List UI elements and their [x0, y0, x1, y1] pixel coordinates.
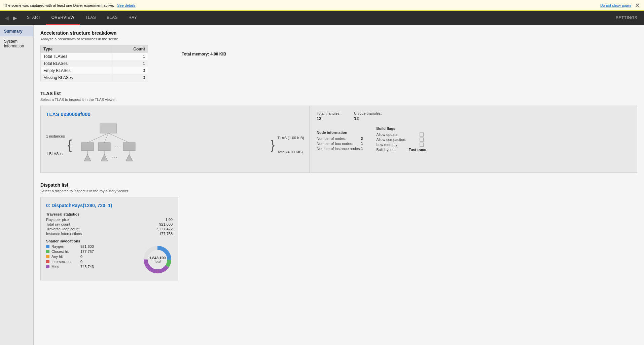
- tlas-diagram-svg: · · · · · ·: [75, 122, 268, 167]
- sidebar: Summary System information: [0, 25, 34, 345]
- tlas-card[interactable]: TLAS 0x30008f000 1 instances 1 BLASes {: [40, 106, 637, 173]
- tab-start[interactable]: START: [22, 11, 46, 25]
- shader-color-dot: [46, 250, 49, 253]
- donut-label: Total: [149, 260, 166, 263]
- close-icon[interactable]: ✕: [635, 2, 640, 9]
- tab-tlas[interactable]: TLAS: [80, 11, 101, 25]
- tlas-diagram: 1 instances 1 BLASes { · · ·: [46, 122, 304, 167]
- tlas-top-stats: Total triangles: 12 Unique triangles: 12: [317, 111, 630, 121]
- right-brace-tlas: }: [271, 139, 275, 151]
- tlas-memory-label: TLAS (1.00 KiB): [278, 136, 304, 140]
- dispatch-list-subtitle: Select a dispatch to inspect it in the r…: [40, 189, 637, 193]
- see-details-link[interactable]: See details: [117, 3, 135, 7]
- tlas-memory-labels: TLAS (1.00 KiB) Total (4.00 KiB): [278, 136, 304, 154]
- dispatch-list-title: Dispatch list: [40, 182, 637, 188]
- shader-table: Raygen921,600Closest hit177,757Any hit0I…: [46, 244, 137, 270]
- svg-text:· · ·: · · ·: [115, 144, 120, 148]
- traversal-stats-title: Traversal statistics: [46, 212, 173, 216]
- sidebar-item-summary[interactable]: Summary: [0, 26, 33, 36]
- col-count: Count: [112, 45, 148, 53]
- shader-invocations-section: Shader invocations Raygen921,600Closest …: [46, 239, 173, 275]
- table-row: Total BLASes1: [41, 60, 148, 67]
- unique-triangles-label: Unique triangles:: [354, 111, 382, 115]
- build-flag-row: Allow compaction:: [377, 138, 426, 142]
- tlas-list-section: TLAS list Select a TLAS to inspect it in…: [40, 91, 637, 173]
- flag-checkbox: [420, 143, 424, 147]
- tab-ray[interactable]: RAY: [123, 11, 142, 25]
- shader-color-dot: [46, 265, 49, 268]
- dispatch-section: Dispatch list Select a dispatch to inspe…: [40, 182, 637, 280]
- donut-center: 1,843,100 Total: [149, 256, 166, 263]
- type-cell: Total TLASes: [41, 53, 112, 60]
- back-arrow[interactable]: ◀: [3, 13, 11, 23]
- svg-marker-8: [84, 154, 91, 161]
- count-cell: 0: [112, 74, 148, 81]
- node-info-row: Number of nodes:2: [317, 137, 363, 141]
- traversal-stats: Traversal statistics Rays per pixel1.00T…: [46, 212, 173, 236]
- breakdown-section: Acceleration structure breakdown Analyze…: [40, 30, 637, 84]
- svg-marker-9: [101, 154, 108, 161]
- total-triangles-value: 12: [317, 116, 341, 121]
- tlas-left: TLAS 0x30008f000 1 instances 1 BLASes {: [41, 106, 310, 172]
- svg-line-7: [108, 133, 129, 143]
- total-memory: Total memory: 4.00 KiB: [168, 45, 226, 56]
- do-not-show-link[interactable]: Do not show again: [600, 3, 631, 7]
- dispatch-title: 0: DispatchRays(1280, 720, 1): [46, 203, 173, 208]
- sidebar-item-system-info[interactable]: System information: [0, 36, 33, 51]
- breakdown-subtitle: Analyze a breakdown of resources in the …: [40, 37, 637, 41]
- total-triangles-label: Total triangles:: [317, 111, 341, 115]
- build-flags-title: Build flags: [377, 126, 426, 130]
- shader-row: Miss743,743: [46, 265, 137, 269]
- nav-tabs: START OVERVIEW TLAS BLAS RAY: [22, 11, 612, 25]
- tlas-right: Total triangles: 12 Unique triangles: 12…: [310, 106, 637, 172]
- count-cell: 1: [112, 53, 148, 60]
- dispatch-card[interactable]: 0: DispatchRays(1280, 720, 1) Traversal …: [40, 197, 178, 280]
- node-info-row: Number of box nodes:1: [317, 142, 363, 146]
- unique-triangles-value: 12: [354, 116, 382, 121]
- tlas-labels: 1 instances 1 BLASes: [46, 134, 65, 156]
- warning-text: The scene was captured with at least one…: [4, 3, 114, 7]
- tab-overview[interactable]: OVERVIEW: [46, 11, 80, 25]
- nav-bar: ◀ ▶ START OVERVIEW TLAS BLAS RAY SETTING…: [0, 11, 644, 25]
- shader-color-dot: [46, 260, 49, 263]
- warning-bar: The scene was captured with at least one…: [0, 0, 644, 11]
- total-memory-value: 4.00 KiB: [210, 52, 226, 56]
- breakdown-table: Type Count Total TLASes1Total BLASes1Emp…: [40, 45, 148, 81]
- main-layout: Summary System information Acceleration …: [0, 25, 644, 345]
- shader-color-dot: [46, 245, 49, 248]
- tlas-right-cols: Node information Number of nodes:2Number…: [317, 126, 630, 152]
- shader-row: Intersection0: [46, 260, 137, 264]
- shader-row: Raygen921,600: [46, 244, 137, 248]
- flag-checkbox: [420, 132, 424, 137]
- node-info-title: Node information: [317, 130, 363, 135]
- breakdown-title: Acceleration structure breakdown: [40, 30, 637, 36]
- shader-section: Raygen921,600Closest hit177,757Any hit0I…: [46, 244, 173, 275]
- content-area: Acceleration structure breakdown Analyze…: [34, 25, 644, 345]
- count-cell: 1: [112, 60, 148, 67]
- count-cell: 0: [112, 67, 148, 74]
- traversal-stat-row: Total ray count921,600: [46, 222, 173, 226]
- build-flag-row: Low memory:: [377, 143, 426, 147]
- node-info-row: Number of instance nodes:1: [317, 147, 363, 151]
- shader-invocations-title: Shader invocations: [46, 239, 173, 243]
- total-triangles-block: Total triangles: 12: [317, 111, 341, 121]
- table-row: Missing BLASes0: [41, 74, 148, 81]
- tab-blas[interactable]: BLAS: [101, 11, 123, 25]
- donut-total: 1,843,100: [149, 256, 166, 260]
- type-cell: Total BLASes: [41, 60, 112, 67]
- settings-button[interactable]: SETTINGS: [612, 14, 641, 22]
- tlas-list-subtitle: Select a TLAS to inspect it in the TLAS …: [40, 98, 637, 102]
- build-type-value: Fast trace: [409, 148, 426, 152]
- type-cell: Missing BLASes: [41, 74, 112, 81]
- build-flag-row: Allow update:: [377, 132, 426, 137]
- total-memory-label: Total memory:: [182, 52, 209, 56]
- build-type-row: Build type: Fast trace: [377, 148, 426, 152]
- svg-rect-0: [100, 124, 117, 133]
- left-brace: {: [68, 138, 72, 152]
- total-memory-diagram-label: Total (4.00 KiB): [278, 150, 304, 154]
- shader-row: Any hit0: [46, 255, 137, 259]
- forward-arrow[interactable]: ▶: [11, 13, 19, 23]
- unique-triangles-block: Unique triangles: 12: [354, 111, 382, 121]
- build-flags-section: Build flags Allow update:Allow compactio…: [377, 126, 426, 152]
- table-row: Total TLASes1: [41, 53, 148, 60]
